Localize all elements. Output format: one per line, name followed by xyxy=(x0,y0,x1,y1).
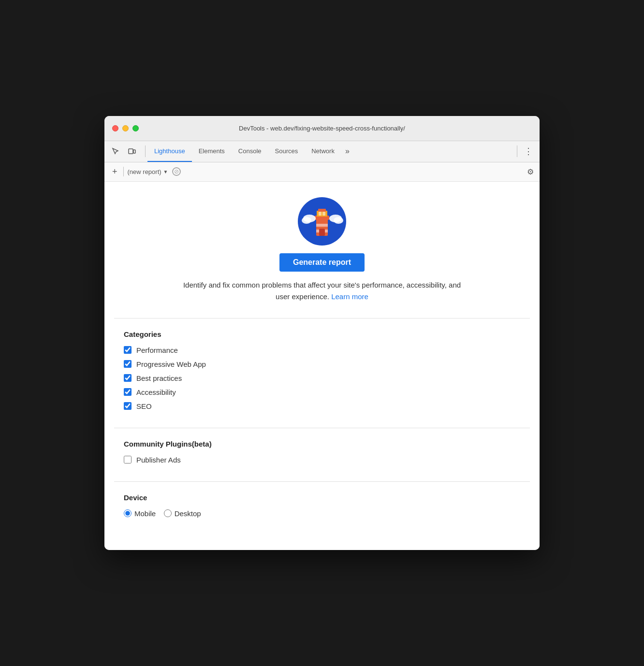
block-icon[interactable]: ⊘ xyxy=(172,167,181,176)
radio-desktop[interactable]: Desktop xyxy=(164,509,201,518)
lighthouse-logo xyxy=(298,197,346,246)
categories-title: Categories xyxy=(124,330,520,338)
checkbox-performance[interactable]: Performance xyxy=(124,346,520,354)
device-title: Device xyxy=(124,493,520,502)
checkbox-pwa[interactable]: Progressive Web App xyxy=(124,360,520,368)
checkbox-best-practices[interactable]: Best practices xyxy=(124,374,520,382)
tab-console[interactable]: Console xyxy=(232,141,268,162)
toolbar-right-divider xyxy=(517,145,517,157)
subtoolbar-divider xyxy=(123,167,124,176)
generate-report-button[interactable]: Generate report xyxy=(279,253,365,272)
devtools-window: DevTools - web.dev/fixing-website-speed-… xyxy=(104,116,540,550)
lighthouse-content: Generate report Identify and fix common … xyxy=(104,182,540,550)
window-title: DevTools - web.dev/fixing-website-speed-… xyxy=(239,125,405,132)
maximize-button[interactable] xyxy=(132,125,139,131)
tab-network[interactable]: Network xyxy=(305,141,341,162)
device-section: Device Mobile Desktop xyxy=(114,482,530,531)
tab-lighthouse[interactable]: Lighthouse xyxy=(147,141,192,162)
tabs-container: Lighthouse Elements Console Sources Netw… xyxy=(147,141,353,162)
svg-point-13 xyxy=(302,217,311,224)
subtoolbar: + (new report) ▼ ⊘ ⚙ xyxy=(104,162,540,182)
traffic-lights xyxy=(112,125,139,131)
learn-more-link[interactable]: Learn more xyxy=(331,292,368,301)
categories-section: Categories Performance Progressive Web A… xyxy=(114,319,530,428)
svg-rect-0 xyxy=(129,149,133,154)
more-tabs-button[interactable]: » xyxy=(341,141,353,162)
titlebar: DevTools - web.dev/fixing-website-speed-… xyxy=(104,116,540,141)
checkbox-publisher-ads[interactable]: Publisher Ads xyxy=(124,456,520,464)
dropdown-icon: ▼ xyxy=(163,169,168,174)
more-options-button[interactable]: ⋮ xyxy=(521,144,536,159)
tab-sources[interactable]: Sources xyxy=(268,141,305,162)
checkbox-accessibility[interactable]: Accessibility xyxy=(124,388,520,396)
community-plugins-section: Community Plugins(beta) Publisher Ads xyxy=(114,428,530,482)
toolbar-icons xyxy=(108,144,139,159)
radio-mobile[interactable]: Mobile xyxy=(124,509,156,518)
hero-description: Identify and fix common problems that af… xyxy=(177,279,467,303)
svg-rect-1 xyxy=(133,150,135,153)
settings-icon[interactable]: ⚙ xyxy=(527,167,534,176)
hero-section: Generate report Identify and fix common … xyxy=(114,197,530,319)
minimize-button[interactable] xyxy=(122,125,129,131)
devtools-toolbar: Lighthouse Elements Console Sources Netw… xyxy=(104,141,540,162)
community-plugins-title: Community Plugins(beta) xyxy=(124,440,520,448)
close-button[interactable] xyxy=(112,125,118,131)
svg-point-15 xyxy=(334,217,343,224)
device-options: Mobile Desktop xyxy=(124,509,520,520)
toolbar-divider xyxy=(145,145,146,157)
toolbar-right: ⋮ xyxy=(515,144,536,159)
new-report-button[interactable]: + xyxy=(110,166,119,178)
svg-rect-9 xyxy=(319,212,322,216)
inspect-icon[interactable] xyxy=(108,144,123,159)
svg-rect-10 xyxy=(322,212,325,216)
device-toggle-icon[interactable] xyxy=(125,144,139,159)
svg-rect-8 xyxy=(318,209,326,212)
svg-rect-11 xyxy=(319,229,325,236)
tab-elements[interactable]: Elements xyxy=(192,141,232,162)
report-selector[interactable]: (new report) ▼ xyxy=(128,168,168,175)
svg-rect-4 xyxy=(316,224,328,227)
checkbox-seo[interactable]: SEO xyxy=(124,402,520,410)
